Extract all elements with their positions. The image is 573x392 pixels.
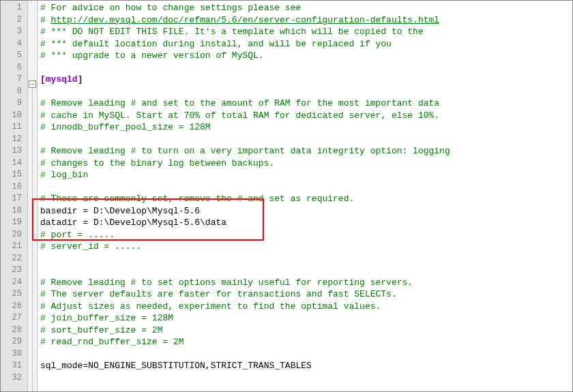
line-number: 29 xyxy=(1,336,27,348)
line-number: 2 xyxy=(1,14,27,27)
line-number: 12 xyxy=(1,134,27,146)
line-number: 10 xyxy=(1,110,27,122)
code-line[interactable] xyxy=(40,181,572,194)
line-number: 20 xyxy=(1,229,27,241)
code-line[interactable] xyxy=(40,265,572,277)
code-line[interactable]: # Adjust sizes as needed, experiment to … xyxy=(40,301,572,313)
line-number: 15 xyxy=(1,169,27,181)
code-line[interactable] xyxy=(40,134,572,146)
code-line[interactable]: # *** default location during install, a… xyxy=(40,38,572,50)
code-line[interactable]: sql_mode=NO_ENGINE_SUBSTITUTION,STRICT_T… xyxy=(40,360,572,372)
line-number: 24 xyxy=(1,277,27,289)
line-number: 23 xyxy=(1,265,27,277)
line-number: 32 xyxy=(1,372,27,385)
line-number: 1 xyxy=(1,2,27,14)
line-number: 19 xyxy=(1,217,27,229)
code-line[interactable]: # port = ..... xyxy=(40,229,572,241)
line-number: 30 xyxy=(1,348,27,361)
line-number: 11 xyxy=(1,121,27,134)
fold-gutter xyxy=(28,1,38,391)
line-number: 17 xyxy=(1,193,27,205)
code-area[interactable]: # For advice on how to change settings p… xyxy=(38,1,572,391)
code-line[interactable]: # server_id = ..... xyxy=(40,241,572,253)
code-line[interactable]: # Remove leading # to turn on a very imp… xyxy=(40,145,572,157)
code-line[interactable]: # innodb_buffer_pool_size = 128M xyxy=(40,121,572,134)
code-line[interactable] xyxy=(40,62,572,74)
code-line[interactable]: # log_bin xyxy=(40,169,572,181)
line-number: 31 xyxy=(1,360,27,372)
line-number: 6 xyxy=(1,62,27,74)
line-number: 16 xyxy=(1,181,27,194)
code-line[interactable]: # These are commonly set, remove the # a… xyxy=(40,193,572,205)
line-number-gutter: 1234567891011121314151617181920212223242… xyxy=(1,1,28,391)
line-number: 28 xyxy=(1,325,27,337)
line-number: 7 xyxy=(1,74,27,86)
code-editor[interactable]: 1234567891011121314151617181920212223242… xyxy=(1,1,572,391)
line-number: 18 xyxy=(1,205,27,217)
line-number: 3 xyxy=(1,26,27,38)
line-number: 25 xyxy=(1,288,27,301)
code-line[interactable]: # changes to the binary log between back… xyxy=(40,157,572,170)
code-line[interactable]: # http://dev.mysql.com/doc/refman/5.6/en… xyxy=(40,14,572,27)
line-number: 26 xyxy=(1,301,27,313)
code-line[interactable]: # cache in MySQL. Start at 70% of total … xyxy=(40,110,572,122)
line-number: 8 xyxy=(1,86,27,98)
line-number: 22 xyxy=(1,253,27,265)
line-number: 4 xyxy=(1,38,27,50)
code-line[interactable] xyxy=(40,348,572,361)
line-number: 9 xyxy=(1,97,27,110)
line-number: 14 xyxy=(1,157,27,170)
code-line[interactable]: # sort_buffer_size = 2M xyxy=(40,325,572,337)
line-number: 27 xyxy=(1,312,27,325)
code-line[interactable] xyxy=(40,253,572,265)
code-line[interactable]: # Remove leading # and set to the amount… xyxy=(40,97,572,110)
line-number: 21 xyxy=(1,241,27,253)
fold-toggle-icon[interactable] xyxy=(29,80,36,88)
code-line[interactable] xyxy=(40,86,572,98)
code-line[interactable]: # Remove leading # to set options mainly… xyxy=(40,277,572,289)
fold-guide-line xyxy=(32,88,33,391)
code-line[interactable]: # *** DO NOT EDIT THIS FILE. It's a temp… xyxy=(40,26,572,38)
code-line[interactable]: # For advice on how to change settings p… xyxy=(40,2,572,14)
code-line[interactable]: datadir = D:\Develop\Mysql-5.6\data xyxy=(40,217,572,229)
code-line[interactable]: # *** upgrade to a newer version of MySQ… xyxy=(40,50,572,62)
code-line[interactable]: # The server defaults are faster for tra… xyxy=(40,288,572,301)
line-number: 5 xyxy=(1,50,27,62)
code-line[interactable]: # join_buffer_size = 128M xyxy=(40,312,572,325)
code-line[interactable]: basedir = D:\Develop\Mysql-5.6 xyxy=(40,205,572,217)
code-line[interactable]: [mysqld] xyxy=(40,74,572,86)
code-line[interactable]: # read_rnd_buffer_size = 2M xyxy=(40,336,572,348)
line-number: 13 xyxy=(1,145,27,157)
code-line[interactable] xyxy=(40,372,572,385)
